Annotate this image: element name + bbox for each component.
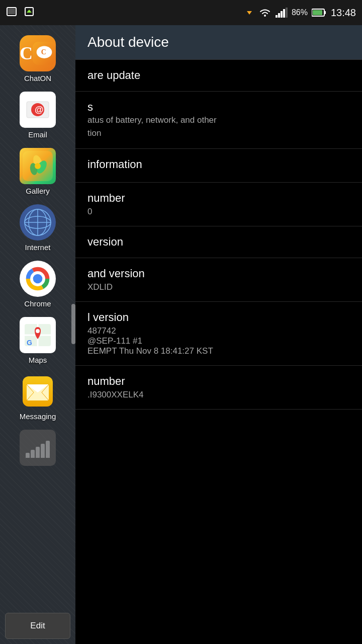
settings-item-android-version[interactable]: version — [75, 226, 362, 258]
edit-button[interactable]: Edit — [5, 613, 70, 639]
item-title-5: and version — [87, 267, 350, 280]
screenshot-icon — [6, 6, 20, 20]
status-time: 13:48 — [331, 7, 356, 19]
status-right: 86% 13:48 — [244, 7, 356, 19]
maps-label: Maps — [29, 356, 47, 364]
item-title-0: are update — [87, 69, 350, 82]
settings-item-status[interactable]: s atus of battery, network, and othertio… — [75, 92, 362, 149]
svg-rect-9 — [283, 9, 285, 18]
item-subtitle-1: atus of battery, network, and othertion — [87, 114, 350, 139]
settings-item-baseband[interactable]: and version XDLID — [75, 258, 362, 302]
item-title-2: information — [87, 158, 350, 171]
svg-text:@: @ — [35, 105, 44, 115]
item-value-5: XDLID — [87, 282, 350, 292]
status-bar: 86% 13:48 — [0, 0, 362, 25]
phone-icon — [20, 430, 56, 466]
svg-marker-3 — [27, 10, 32, 13]
sidebar-item-chaton[interactable]: C ChatON — [0, 30, 75, 87]
settings-item-software-update[interactable]: are update — [75, 60, 362, 92]
sidebar-item-phone[interactable] — [0, 425, 75, 472]
page-header: About device — [75, 25, 362, 60]
svg-rect-12 — [324, 11, 326, 14]
scroll-handle[interactable] — [71, 304, 75, 344]
battery-icon — [312, 8, 327, 17]
settings-item-kernel[interactable]: l version 487742 @SEP-111 #1 EEMPT Thu N… — [75, 302, 362, 366]
item-value-7: .I9300XXELK4 — [87, 390, 350, 400]
wifi-icon — [258, 8, 272, 18]
svg-rect-6 — [276, 15, 278, 18]
email-icon: @ — [20, 92, 56, 128]
chaton-label: ChatON — [24, 74, 51, 83]
upload-icon — [23, 6, 37, 20]
chrome-label: Chrome — [24, 299, 51, 308]
item-value-6: 487742 @SEP-111 #1 EEMPT Thu Nov 8 18:41… — [87, 326, 350, 356]
settings-item-legal[interactable]: information — [75, 149, 362, 183]
svg-point-40 — [36, 329, 40, 333]
svg-point-5 — [264, 15, 266, 17]
item-title-4: version — [87, 235, 350, 249]
svg-marker-4 — [247, 11, 252, 15]
gallery-icon — [20, 148, 56, 184]
content-area: About device are update s atus of batter… — [75, 25, 362, 644]
messaging-label: Messaging — [20, 412, 56, 421]
internet-label: Internet — [25, 243, 51, 252]
svg-text:C: C — [41, 48, 46, 56]
chaton-icon: C — [20, 35, 56, 71]
item-title-7: number — [87, 375, 350, 388]
settings-list: are update s atus of battery, network, a… — [75, 60, 362, 410]
svg-rect-8 — [281, 11, 283, 18]
settings-item-build[interactable]: number .I9300XXELK4 — [75, 366, 362, 410]
sidebar-item-internet[interactable]: Internet — [0, 199, 75, 256]
svg-point-35 — [33, 274, 43, 284]
signal-icon — [276, 8, 288, 18]
sidebar-item-email[interactable]: @ Email — [0, 87, 75, 143]
item-title-3: number — [87, 192, 350, 205]
item-value-3: 0 — [87, 207, 350, 217]
svg-rect-13 — [313, 10, 322, 15]
email-label: Email — [28, 130, 47, 139]
status-left — [6, 6, 37, 20]
main-container: C ChatON @ Email — [0, 25, 362, 644]
svg-text:G: G — [27, 339, 32, 347]
item-title-6: l version — [87, 311, 350, 324]
chrome-icon — [20, 261, 56, 297]
item-title-1: s — [87, 101, 350, 114]
messaging-icon — [20, 373, 56, 410]
svg-point-26 — [35, 163, 41, 169]
settings-item-model[interactable]: number 0 — [75, 183, 362, 226]
page-title: About device — [87, 34, 350, 50]
sidebar: C ChatON @ Email — [0, 25, 75, 644]
gallery-label: Gallery — [26, 187, 50, 195]
sidebar-item-gallery[interactable]: Gallery — [0, 143, 75, 199]
sidebar-item-maps[interactable]: G Maps — [0, 312, 75, 368]
internet-icon — [20, 204, 56, 240]
download-icon — [244, 8, 254, 18]
sidebar-item-chrome[interactable]: Chrome — [0, 256, 75, 312]
sidebar-item-messaging[interactable]: Messaging — [0, 368, 75, 425]
maps-icon: G — [20, 317, 56, 353]
battery-percent: 86% — [292, 8, 308, 17]
svg-rect-7 — [278, 13, 280, 18]
svg-rect-1 — [8, 9, 15, 14]
svg-rect-10 — [286, 8, 288, 18]
